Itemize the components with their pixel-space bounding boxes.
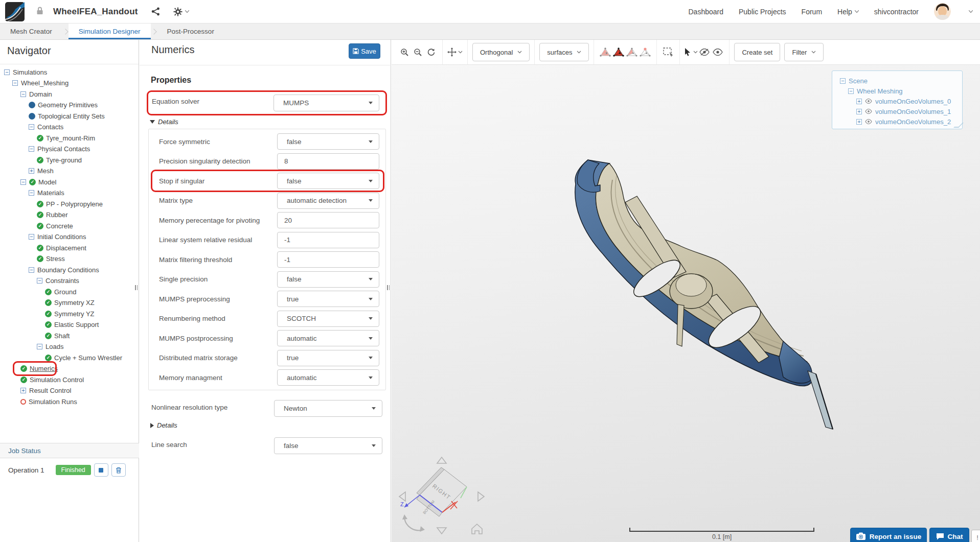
tree-item-simulation-runs[interactable]: Simulation Runs [0,396,139,407]
expand-toggle-icon[interactable]: − [29,190,34,196]
tree-item-geometry-primitives[interactable]: Geometry Primitives [0,100,139,111]
visibility-eye-icon[interactable] [865,108,872,115]
details-toggle-open[interactable]: Details [150,118,178,126]
panel-splitter[interactable] [387,284,390,291]
tab-mesh-creator[interactable]: Mesh Creator [0,23,62,39]
tree-item-result-control[interactable]: +Result Control [0,385,139,396]
expand-toggle-icon[interactable]: + [856,109,862,114]
expand-toggle-icon[interactable]: − [848,88,854,94]
property-select-renumbering-method[interactable]: SCOTCH [277,311,379,327]
property-input-matrix-filtering-threshold[interactable]: -1 [277,251,379,268]
move-tool-button[interactable] [447,43,463,61]
box-select-button[interactable] [662,43,675,61]
property-input-memory-perecentage-for-pivoting[interactable]: 20 [277,212,379,228]
tree-item-simulations[interactable]: −Simulations [0,66,139,78]
username[interactable]: shivcontractor [874,8,919,16]
expand-toggle-icon[interactable]: − [29,267,34,273]
scene-item-wheel-meshing[interactable]: −Wheel Meshing [832,86,962,96]
share-icon[interactable] [151,7,160,16]
tree-item-ground[interactable]: ✓Ground [0,286,139,297]
tree-item-loads[interactable]: −Loads [0,341,139,352]
expand-toggle-icon[interactable]: − [12,80,18,86]
navigation-cube[interactable]: RIGHT BOTTOM Z [396,452,529,541]
mesh-quality-solid-icon[interactable] [599,43,612,61]
tree-item-concrete[interactable]: ✓Concrete [0,220,139,231]
expand-toggle-icon[interactable]: + [20,388,26,393]
zoom-in-button[interactable] [398,43,411,61]
scene-item-volumeongeovolumes-1[interactable]: +volumeOnGeoVolumes_1 [832,106,962,116]
visibility-eye-icon[interactable] [865,98,872,105]
delete-job-button[interactable] [111,463,126,477]
avatar[interactable] [934,3,951,20]
mesh-quality-selected-icon[interactable] [612,43,625,61]
property-select-distributed-matrix-storage[interactable]: true [277,350,379,366]
header-link-help[interactable]: Help [837,8,859,16]
tree-item-stress[interactable]: ✓Stress [0,253,139,265]
expand-toggle-icon[interactable]: − [4,69,10,75]
expand-toggle-icon[interactable]: − [29,124,34,130]
chat-button[interactable]: Chat [929,528,969,542]
tree-item-symmetry-xz[interactable]: ✓Symmetry XZ [0,297,139,309]
mesh-node-icon[interactable] [639,43,652,61]
tree-item-model[interactable]: −✓Model [0,176,139,187]
tree-item-domain[interactable]: −Domain [0,88,139,100]
pointer-tool-button[interactable] [685,43,698,61]
expand-toggle-icon[interactable]: + [856,99,862,104]
scene-item-volumeongeovolumes-2[interactable]: +volumeOnGeoVolumes_2 [832,116,962,127]
expand-toggle-icon[interactable]: − [29,146,34,152]
property-select-stop-if-singular[interactable]: false [277,173,379,189]
header-link-forum[interactable]: Forum [802,8,822,16]
tree-item-topological-entity-sets[interactable]: Topological Entity Sets [0,110,139,122]
render-mode-select[interactable]: surfaces [539,43,589,61]
3d-viewport[interactable]: Orthogonal surfaces Create set Filter −S… [392,40,980,542]
expand-toggle-icon[interactable]: − [840,78,846,84]
tree-item-constraints[interactable]: −Constraints [0,275,139,287]
header-link-dashboard[interactable]: Dashboard [689,8,724,16]
show-selection-button[interactable] [711,43,724,61]
create-set-button[interactable]: Create set [734,43,780,61]
property-select-matrix-type[interactable]: automatic detection [277,193,379,209]
simscale-logo-icon[interactable] [5,2,25,21]
expand-toggle-icon[interactable]: + [856,119,862,125]
zoom-out-button[interactable] [411,43,424,61]
tree-item-cycle-sumo-wrestler[interactable]: ✓Cycle + Sumo Wrestler [0,352,139,363]
report-issue-button[interactable]: Report an issue [850,528,927,542]
scene-item-scene[interactable]: −Scene [832,76,962,86]
line-search-select[interactable]: false [274,437,382,454]
3d-model[interactable] [552,143,869,436]
property-select-single-precision[interactable]: false [277,271,379,288]
tree-item-numerics[interactable]: ✓Numerics [0,363,139,374]
settings-gear-icon[interactable] [173,7,189,16]
tree-item-symmetry-yz[interactable]: ✓Symmetry YZ [0,308,139,319]
equation-solver-select[interactable]: MUMPS [274,95,379,111]
refresh-view-button[interactable] [424,43,438,61]
tree-item-displacement[interactable]: ✓Displacement [0,242,139,253]
tree-item-materials[interactable]: −Materials [0,187,139,199]
tree-item-elastic-support[interactable]: ✓Elastic Support [0,319,139,331]
visibility-eye-icon[interactable] [865,118,872,126]
tree-item-wheel-meshing[interactable]: −Wheel_Meshing [0,78,139,89]
chevron-down-icon[interactable] [969,10,973,13]
property-input-precision-singularity-detection[interactable]: 8 [277,153,379,170]
filter-button[interactable]: Filter [784,43,824,61]
tree-item-rubber[interactable]: ✓Rubber [0,209,139,221]
tab-post-processor[interactable]: Post-Processor [157,23,224,39]
tree-item-simulation-control[interactable]: ✓Simulation Control [0,374,139,385]
save-button[interactable]: Save [349,43,380,59]
tree-item-tyre-ground[interactable]: ✓Tyre-ground [0,154,139,166]
nonlinear-resolution-select[interactable]: Newton [274,400,382,417]
tab-simulation-designer[interactable]: Simulation Designer [69,23,151,39]
property-select-mumps-preprocessing[interactable]: true [277,291,379,307]
details-toggle-collapsed[interactable]: Details [150,421,177,429]
tree-item-tyre-mount-rim[interactable]: ✓Tyre_mount-Rim [0,132,139,144]
tree-item-pp-polypropylene[interactable]: ✓PP - Polypropylene [0,198,139,209]
expand-toggle-icon[interactable]: − [20,91,26,97]
tree-item-boundary-conditions[interactable]: −Boundary Conditions [0,264,139,275]
tree-item-mesh[interactable]: +Mesh [0,166,139,177]
property-select-mumps-postprocessing[interactable]: automatic [277,330,379,346]
expand-toggle-icon[interactable]: − [37,344,42,349]
projection-select[interactable]: Orthogonal [472,43,530,61]
panel-splitter[interactable] [135,284,138,291]
header-link-public-projects[interactable]: Public Projects [739,8,786,16]
tree-item-shaft[interactable]: ✓Shaft [0,330,139,341]
